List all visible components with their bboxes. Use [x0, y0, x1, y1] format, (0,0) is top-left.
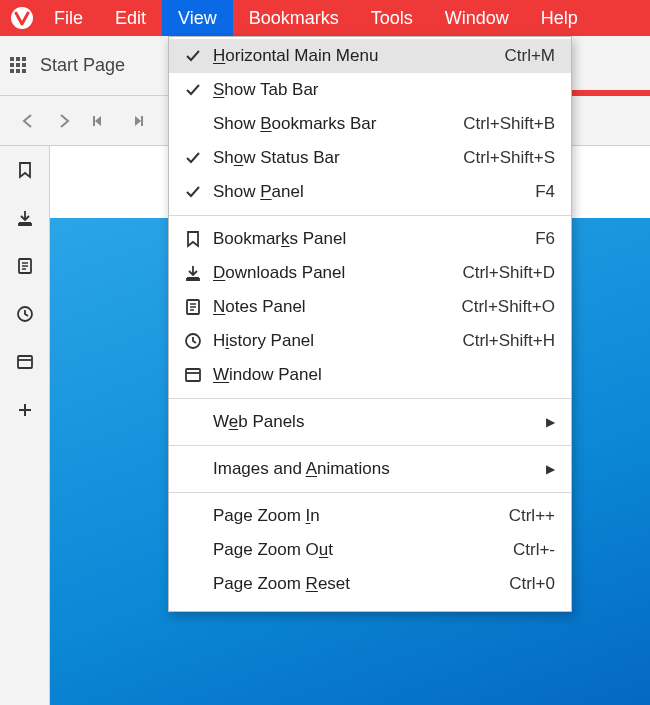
panel-bookmarks-icon[interactable] [13, 158, 37, 182]
check-icon [179, 183, 207, 201]
app-logo[interactable] [6, 0, 38, 36]
menu-item-label: Show Panel [207, 182, 535, 202]
menu-item-downloads-panel[interactable]: Downloads PanelCtrl+Shift+D [169, 256, 571, 290]
menu-item-web-panels[interactable]: Web Panels▶ [169, 405, 571, 439]
menu-item-label: Show Status Bar [207, 148, 463, 168]
menu-item-shortcut: Ctrl+Shift+B [463, 114, 555, 134]
menu-item-page-zoom-in[interactable]: Page Zoom InCtrl++ [169, 499, 571, 533]
menubar-item-window[interactable]: Window [429, 0, 525, 36]
menu-item-shortcut: Ctrl+Shift+O [461, 297, 555, 317]
check-icon [179, 81, 207, 99]
notes-icon [179, 298, 207, 316]
forward-button[interactable] [46, 103, 82, 139]
menu-item-label: History Panel [207, 331, 462, 351]
menu-item-label: Horizontal Main Menu [207, 46, 504, 66]
fast-forward-button[interactable] [118, 103, 154, 139]
menu-item-label: Page Zoom Reset [207, 574, 509, 594]
menubar-item-edit[interactable]: Edit [99, 0, 162, 36]
menu-item-shortcut: F4 [535, 182, 555, 202]
submenu-arrow-icon: ▶ [546, 462, 555, 476]
window-icon [179, 366, 207, 384]
menu-item-show-tab-bar[interactable]: Show Tab Bar [169, 73, 571, 107]
menubar-item-view[interactable]: View [162, 0, 233, 36]
menu-separator [169, 445, 571, 446]
check-icon [179, 47, 207, 65]
menu-item-label: Web Panels [207, 412, 546, 432]
view-menu-dropdown: Horizontal Main MenuCtrl+MShow Tab BarSh… [168, 36, 572, 612]
download-icon [179, 264, 207, 282]
menu-item-label: Images and Animations [207, 459, 546, 479]
panel-add-icon[interactable] [13, 398, 37, 422]
menu-item-shortcut: Ctrl+Shift+D [462, 263, 555, 283]
menu-item-show-panel[interactable]: Show PanelF4 [169, 175, 571, 209]
menu-item-label: Show Bookmarks Bar [207, 114, 463, 134]
clock-icon [179, 332, 207, 350]
menu-item-show-status-bar[interactable]: Show Status BarCtrl+Shift+S [169, 141, 571, 175]
menu-item-notes-panel[interactable]: Notes PanelCtrl+Shift+O [169, 290, 571, 324]
side-panel [0, 146, 50, 705]
menubar-item-bookmarks[interactable]: Bookmarks [233, 0, 355, 36]
menu-item-shortcut: F6 [535, 229, 555, 249]
menu-item-shortcut: Ctrl+0 [509, 574, 555, 594]
menubar-item-help[interactable]: Help [525, 0, 594, 36]
menu-item-page-zoom-out[interactable]: Page Zoom OutCtrl+- [169, 533, 571, 567]
submenu-arrow-icon: ▶ [546, 415, 555, 429]
speed-dial-icon[interactable] [10, 57, 28, 75]
panel-window-icon[interactable] [13, 350, 37, 374]
bookmark-icon [179, 230, 207, 248]
menu-item-label: Window Panel [207, 365, 555, 385]
menubar-item-file[interactable]: File [38, 0, 99, 36]
menu-item-page-zoom-reset[interactable]: Page Zoom ResetCtrl+0 [169, 567, 571, 601]
rewind-button[interactable] [82, 103, 118, 139]
menu-item-label: Page Zoom Out [207, 540, 513, 560]
menu-item-label: Bookmarks Panel [207, 229, 535, 249]
menu-separator [169, 492, 571, 493]
panel-history-icon[interactable] [13, 302, 37, 326]
menubar: FileEditViewBookmarksToolsWindowHelp [0, 0, 650, 36]
panel-notes-icon[interactable] [13, 254, 37, 278]
menu-separator [169, 398, 571, 399]
menu-item-shortcut: Ctrl+M [504, 46, 555, 66]
menubar-item-tools[interactable]: Tools [355, 0, 429, 36]
panel-downloads-icon[interactable] [13, 206, 37, 230]
menu-item-shortcut: Ctrl+- [513, 540, 555, 560]
menu-item-window-panel[interactable]: Window Panel [169, 358, 571, 392]
menu-item-horizontal-main-menu[interactable]: Horizontal Main MenuCtrl+M [169, 39, 571, 73]
menu-item-label: Page Zoom In [207, 506, 509, 526]
menu-item-label: Notes Panel [207, 297, 461, 317]
menu-item-history-panel[interactable]: History PanelCtrl+Shift+H [169, 324, 571, 358]
menu-item-images-and-animations[interactable]: Images and Animations▶ [169, 452, 571, 486]
check-icon [179, 149, 207, 167]
menu-separator [169, 215, 571, 216]
menu-item-shortcut: Ctrl++ [509, 506, 555, 526]
tab-title[interactable]: Start Page [40, 55, 125, 76]
menu-item-bookmarks-panel[interactable]: Bookmarks PanelF6 [169, 222, 571, 256]
back-button[interactable] [10, 103, 46, 139]
menu-item-shortcut: Ctrl+Shift+S [463, 148, 555, 168]
menu-item-show-bookmarks-bar[interactable]: Show Bookmarks BarCtrl+Shift+B [169, 107, 571, 141]
menu-item-label: Show Tab Bar [207, 80, 555, 100]
menu-item-label: Downloads Panel [207, 263, 462, 283]
menu-item-shortcut: Ctrl+Shift+H [462, 331, 555, 351]
